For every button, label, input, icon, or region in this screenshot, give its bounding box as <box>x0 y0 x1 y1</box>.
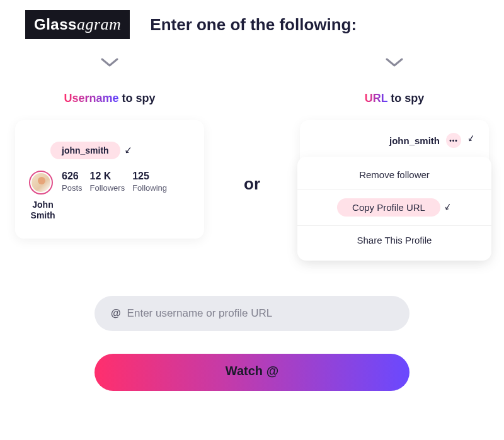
arrow-hint-icon: ↙ <box>466 132 476 144</box>
brand-glass: Glass <box>34 16 77 33</box>
stat-following-num: 125 <box>132 171 167 182</box>
page-title: Enter one of the following: <box>150 15 357 35</box>
stat-posts-num: 626 <box>62 171 83 182</box>
left-title-rest: to spy <box>119 92 156 104</box>
brand-logo: Glassagram <box>25 10 130 39</box>
menu-item-remove-follower[interactable]: Remove follower <box>297 161 491 189</box>
menu-item-copy-url[interactable]: Copy Profile URL↙ <box>297 189 491 226</box>
profile-block: John Smith 626 Posts 12 K Followers 125 <box>29 171 190 221</box>
right-title: URL to spy <box>365 92 425 105</box>
right-title-rest: to spy <box>387 92 424 104</box>
at-icon: @ <box>111 308 121 319</box>
username-pill[interactable]: john_smith <box>50 142 120 159</box>
stat-posts: 626 Posts <box>62 171 83 193</box>
display-name-first: John <box>32 200 53 210</box>
url-card: john_smith ••• ↙ Remove follower Copy Pr… <box>300 120 489 258</box>
url-card-username: john_smith <box>389 135 440 146</box>
stat-followers: 12 K Followers <box>90 171 125 193</box>
stat-following: 125 Following <box>132 171 167 193</box>
stat-followers-num: 12 K <box>90 171 125 182</box>
chevron-down-icon <box>386 58 403 68</box>
stats-row: 626 Posts 12 K Followers 125 Following <box>62 171 167 193</box>
username-card: john_smith↙ John Smith 626 Posts 12 K <box>15 120 204 239</box>
context-menu: Remove follower Copy Profile URL↙ Share … <box>297 157 491 261</box>
arrow-hint-icon: ↙ <box>123 144 132 156</box>
watch-button[interactable]: Watch @ <box>94 354 410 391</box>
column-username: Username to spy john_smith↙ John Smith 6… <box>15 58 204 239</box>
stat-following-lbl: Following <box>132 183 167 193</box>
menu-item-share-profile[interactable]: Share This Profile <box>297 226 491 254</box>
left-title: Username to spy <box>64 92 155 105</box>
right-title-highlight: URL <box>365 92 388 104</box>
search-input-wrap[interactable]: @ <box>94 296 410 331</box>
stat-followers-lbl: Followers <box>90 183 125 193</box>
avatar[interactable] <box>29 171 53 195</box>
more-options-button[interactable]: ••• <box>446 133 461 148</box>
or-separator: or <box>220 58 284 194</box>
chevron-down-icon <box>101 58 118 68</box>
display-name-last: Smith <box>31 210 55 220</box>
left-title-highlight: Username <box>64 92 118 104</box>
display-name: John Smith <box>29 200 57 221</box>
arrow-hint-icon: ↙ <box>443 201 452 212</box>
menu-item-copy-url-label: Copy Profile URL <box>337 198 440 217</box>
brand-agram: agram <box>77 15 121 33</box>
column-url: URL to spy john_smith ••• ↙ Remove follo… <box>300 58 489 258</box>
search-input[interactable] <box>127 307 393 320</box>
stat-posts-lbl: Posts <box>62 183 83 193</box>
